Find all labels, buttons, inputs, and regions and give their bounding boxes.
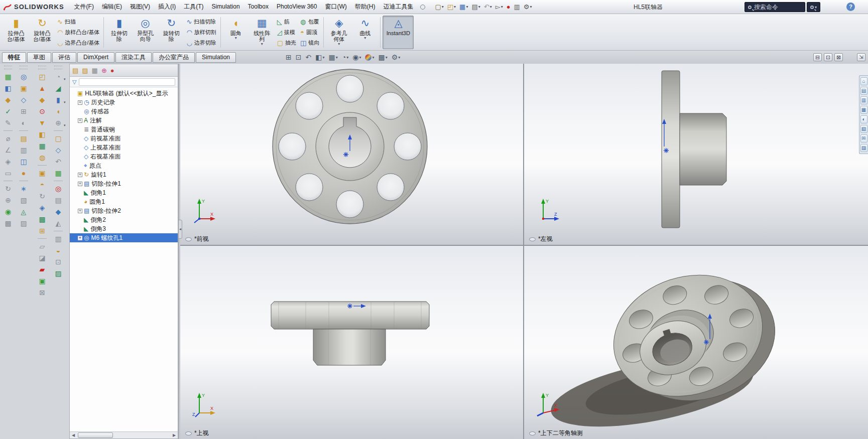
linear-pattern-button[interactable]: ▦ 线性阵 列 ▾: [249, 16, 275, 49]
toolbar-button[interactable]: ▩: [2, 218, 15, 228]
extruded-boss-base-button[interactable]: ▮ 拉伸凸 台/基体: [3, 16, 29, 49]
panel-collapse-handle[interactable]: ◂: [178, 220, 182, 239]
expander-icon[interactable]: +: [78, 209, 82, 213]
toolbar-button[interactable]: [2, 129, 15, 132]
revolved-boss-base-button[interactable]: ↻ 旋转凸 台/基体: [29, 16, 55, 49]
toolbar-button[interactable]: ▩: [36, 214, 49, 224]
expander-icon[interactable]: [78, 109, 82, 114]
toolbar-button[interactable]: ◈: [36, 202, 49, 213]
toolbar-button[interactable]: ⊙: [36, 106, 49, 116]
print-button[interactable]: ▤ ▾: [470, 2, 481, 12]
toolbar-button[interactable]: ◓: [36, 179, 49, 190]
viewport-left[interactable]: Y Z *左视: [524, 64, 868, 245]
menu-item[interactable]: 编辑(E): [98, 0, 126, 14]
menu-item[interactable]: 插入(I): [154, 0, 180, 14]
toolbar-button[interactable]: ▰: [36, 264, 49, 274]
toolbar-button[interactable]: ⌀: [2, 133, 15, 143]
configurationmanager-tab[interactable]: ▦: [92, 67, 98, 74]
toolbar-button[interactable]: ◍: [36, 152, 49, 163]
panel-splitter[interactable]: [178, 64, 180, 439]
instant3d-button[interactable]: ◬ Instant3D: [383, 16, 414, 49]
section-view-button[interactable]: ◧ ▾: [314, 54, 325, 61]
tree-item[interactable]: ◇ 上视基准面: [70, 143, 178, 152]
display-style-button[interactable]: ◔ ▾: [341, 54, 349, 61]
toolbar-button[interactable]: [18, 129, 30, 132]
view-palette-tab[interactable]: ▦: [860, 106, 867, 114]
toolbar-button[interactable]: ◒: [52, 245, 65, 255]
tree-item[interactable]: + ▤ 切除-拉伸1: [70, 179, 178, 188]
new-file-button[interactable]: ▢ ▾: [433, 2, 445, 12]
menu-item[interactable]: Toolbox: [244, 0, 273, 14]
tree-item[interactable]: + ▤ 切除-拉伸2: [70, 206, 178, 215]
toolbar-button[interactable]: [36, 164, 49, 167]
wrap-button[interactable]: ◍ 包覆: [300, 17, 319, 27]
tree-item[interactable]: + A 注解: [70, 116, 178, 125]
toolbar-button[interactable]: ▥: [52, 233, 65, 244]
mirror-button[interactable]: ◫ 镜向: [300, 38, 319, 48]
apply-scene-button[interactable]: ▩ ▾: [377, 54, 388, 61]
toolbar-button[interactable]: ◇: [52, 144, 65, 155]
viewport-front[interactable]: Y X *前视: [180, 64, 523, 245]
shell-button[interactable]: ▢ 抽壳: [277, 38, 296, 48]
toolbar-button[interactable]: ●: [18, 168, 30, 178]
tree-item[interactable]: ◣ 倒角1: [70, 188, 178, 197]
appearances-tab[interactable]: ◐: [860, 115, 867, 123]
swept-cut-button[interactable]: ∿ 扫描切除: [186, 17, 216, 27]
toolbar-button[interactable]: ◐: [18, 117, 30, 128]
toolbar-button[interactable]: ◈: [2, 156, 15, 167]
save-button[interactable]: ▦ ▾: [458, 2, 469, 12]
toolbar-button[interactable]: [36, 237, 49, 240]
menu-item[interactable]: 帮助(H): [351, 0, 380, 14]
scrollbar-track[interactable]: [77, 432, 171, 438]
scrollbar-thumb[interactable]: [78, 432, 113, 438]
toolbar-button[interactable]: ◉: [2, 206, 15, 217]
toolbar-button[interactable]: ⊡: [52, 256, 65, 267]
solidworks-resources-tab[interactable]: ⌂: [860, 77, 867, 85]
toolbar-button[interactable]: ▢: [52, 133, 65, 143]
viewport-minimize-button[interactable]: ⊟: [813, 53, 822, 61]
toolbar-button[interactable]: ◰: [36, 71, 49, 82]
options-button[interactable]: ⚙ ▾: [522, 2, 534, 12]
toolbar-button[interactable]: ◎: [18, 71, 30, 82]
tree-item[interactable]: ≣ 普通碳钢: [70, 125, 178, 134]
open-file-button[interactable]: ◰ ▾: [446, 2, 457, 12]
viewport-horizontal-divider[interactable]: [180, 245, 868, 246]
undo-button[interactable]: ↶ ▾: [482, 2, 493, 12]
commandmanager-tab[interactable]: Simulation: [196, 52, 236, 63]
toolbar-button[interactable]: ◇: [18, 94, 30, 105]
toolbar-button[interactable]: [52, 229, 65, 232]
dimxpertmanager-tab[interactable]: ⊕: [101, 67, 107, 74]
expander-icon[interactable]: [78, 155, 82, 159]
toolbar-button[interactable]: ◢: [52, 83, 65, 93]
expander-icon[interactable]: [78, 227, 82, 231]
toolbar-button[interactable]: ▨: [52, 268, 65, 278]
tree-item[interactable]: + ◷ 历史记录: [70, 98, 178, 107]
expander-icon[interactable]: [78, 145, 82, 150]
expander-icon[interactable]: +: [78, 173, 82, 177]
file-properties-button[interactable]: ▥: [513, 2, 522, 12]
menu-item[interactable]: 视图(V): [126, 0, 154, 14]
toolbar-button[interactable]: ▥: [18, 144, 30, 155]
toolbar-button[interactable]: ↶: [52, 156, 65, 167]
draft-button[interactable]: ◿ 拔模: [277, 28, 296, 38]
search-dropdown-button[interactable]: ▾: [807, 2, 820, 12]
toolbar-button[interactable]: ∗: [18, 183, 30, 194]
pin-menu-icon[interactable]: [420, 5, 425, 10]
toolbar-button[interactable]: ⊕ ▾: [52, 117, 65, 128]
featuremanager-tab[interactable]: ▤: [72, 67, 78, 74]
toolbar-button[interactable]: ↻: [36, 191, 49, 201]
expander-icon[interactable]: +: [78, 182, 82, 186]
menu-item[interactable]: 窗口(W): [321, 0, 350, 14]
menu-item[interactable]: 工具(T): [180, 0, 207, 14]
view-settings-button[interactable]: ⚙ ▾: [391, 54, 402, 61]
scroll-left-arrow[interactable]: ◀: [70, 433, 77, 437]
previous-view-button[interactable]: ↶: [305, 54, 313, 61]
toolbar-button[interactable]: ▣: [36, 275, 49, 286]
expander-icon[interactable]: +: [78, 118, 82, 123]
design-library-tab[interactable]: ▤: [860, 87, 867, 95]
toolbar-button[interactable]: ▮ ▾: [52, 94, 65, 105]
viewport-top[interactable]: X Y Z *上视: [180, 246, 523, 439]
swept-boss-base-button[interactable]: ∿ 扫描: [57, 17, 99, 27]
toolbar-button[interactable]: ◧: [36, 129, 49, 139]
expander-icon[interactable]: [78, 218, 82, 222]
